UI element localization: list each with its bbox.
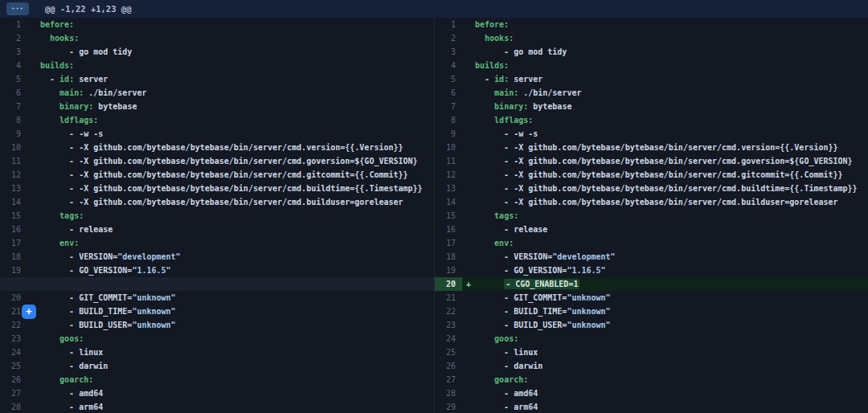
yaml-key: hooks: bbox=[485, 34, 514, 43]
line-number[interactable]: 20 bbox=[435, 277, 462, 291]
line-number[interactable]: 15 bbox=[435, 209, 462, 223]
line-number[interactable]: 25 bbox=[435, 346, 462, 359]
line-number[interactable]: 20 bbox=[0, 291, 27, 305]
line-number[interactable]: 2 bbox=[0, 31, 27, 45]
line-number[interactable]: 22 bbox=[435, 305, 462, 318]
line-number[interactable]: 1 bbox=[435, 18, 462, 31]
line-number[interactable]: 3 bbox=[0, 45, 27, 59]
line-number[interactable]: 13 bbox=[435, 182, 462, 195]
line-number[interactable]: 18 bbox=[435, 250, 462, 264]
add-comment-button[interactable]: + bbox=[22, 305, 36, 319]
line-number[interactable]: 28 bbox=[435, 386, 462, 400]
diff-row: 16 - release bbox=[435, 223, 868, 236]
line-number[interactable]: 1 bbox=[0, 18, 27, 31]
line-number[interactable]: 17 bbox=[435, 236, 462, 250]
line-number[interactable]: 18 bbox=[0, 250, 27, 264]
code-line: - linux bbox=[40, 348, 103, 357]
line-number[interactable]: 12 bbox=[435, 168, 462, 182]
diff-row: 26 - darwin bbox=[435, 359, 868, 373]
line-number[interactable]: 19 bbox=[435, 264, 462, 277]
line-number[interactable]: 9 bbox=[435, 127, 462, 141]
yaml-text: - bbox=[40, 75, 59, 84]
diff-row: 23 - BUILD_USER="unknown" bbox=[435, 318, 868, 332]
diff-row: 21 - GIT_COMMIT="unknown" bbox=[435, 291, 868, 305]
line-number[interactable]: 16 bbox=[435, 223, 462, 236]
line-number[interactable]: 7 bbox=[0, 100, 27, 113]
code-line: env: bbox=[475, 239, 514, 247]
yaml-text: - -w -s bbox=[40, 129, 103, 138]
line-number bbox=[0, 277, 27, 291]
line-number[interactable]: 11 bbox=[0, 154, 27, 168]
yaml-text: ./bin/server bbox=[84, 88, 146, 97]
yaml-string: "unknown" bbox=[132, 321, 175, 329]
yaml-text: - -X github.com/bytebase/bytebase/bin/se… bbox=[40, 198, 403, 206]
line-number[interactable]: 4 bbox=[0, 59, 27, 72]
yaml-string: "unknown" bbox=[567, 293, 610, 302]
line-number[interactable]: 17 bbox=[0, 236, 27, 250]
line-number[interactable]: 16 bbox=[0, 223, 27, 236]
line-number[interactable]: 10 bbox=[0, 141, 27, 154]
line-number[interactable]: 10 bbox=[435, 141, 462, 154]
line-number[interactable]: 4 bbox=[435, 59, 462, 72]
line-number[interactable]: 7 bbox=[435, 100, 462, 113]
line-number[interactable]: 8 bbox=[0, 113, 27, 127]
yaml-text bbox=[475, 34, 485, 43]
diff-row: 21 - BUILD_TIME="unknown"+ bbox=[0, 305, 434, 318]
yaml-key: builds: bbox=[40, 61, 74, 70]
code-line: binary: bytebase bbox=[40, 102, 137, 111]
yaml-text bbox=[475, 102, 494, 111]
line-number[interactable]: 3 bbox=[435, 45, 462, 59]
line-number[interactable]: 24 bbox=[435, 332, 462, 346]
line-number[interactable]: 5 bbox=[435, 72, 462, 86]
line-number[interactable]: 26 bbox=[0, 373, 27, 386]
yaml-text bbox=[40, 116, 59, 125]
line-number[interactable]: 8 bbox=[435, 113, 462, 127]
diff-row: 1before: bbox=[435, 18, 868, 31]
diff-row: 7 binary: bytebase bbox=[0, 100, 434, 113]
code-line: tags: bbox=[475, 211, 518, 220]
line-number[interactable]: 25 bbox=[0, 359, 27, 373]
line-number[interactable]: 27 bbox=[0, 386, 27, 400]
yaml-text: - amd64 bbox=[475, 389, 538, 398]
code-line: - BUILD_TIME="unknown" bbox=[40, 307, 176, 316]
code-line: ldflags: bbox=[40, 116, 98, 125]
diff-row: 18 - VERSION="development" bbox=[435, 250, 868, 264]
line-number[interactable]: 2 bbox=[435, 31, 462, 45]
line-number[interactable]: 23 bbox=[0, 332, 27, 346]
line-number[interactable]: 6 bbox=[435, 86, 462, 100]
line-number[interactable]: 5 bbox=[0, 72, 27, 86]
line-number[interactable]: 28 bbox=[0, 400, 27, 413]
code-line: - go mod tidy bbox=[475, 47, 567, 56]
yaml-key: goarch: bbox=[59, 375, 93, 384]
line-number[interactable]: 23 bbox=[435, 318, 462, 332]
line-number[interactable]: 27 bbox=[435, 373, 462, 386]
diff-row: 8 ldflags: bbox=[435, 113, 868, 127]
code-line: - -X github.com/bytebase/bytebase/bin/se… bbox=[40, 143, 403, 152]
line-number[interactable]: 26 bbox=[435, 359, 462, 373]
line-number[interactable]: 14 bbox=[435, 195, 462, 209]
line-number[interactable]: 19 bbox=[0, 264, 27, 277]
line-number[interactable]: 22 bbox=[0, 318, 27, 332]
line-number[interactable]: 15 bbox=[0, 209, 27, 223]
line-number[interactable]: 13 bbox=[0, 182, 27, 195]
line-number[interactable]: 9 bbox=[0, 127, 27, 141]
diff-row: 12 - -X github.com/bytebase/bytebase/bin… bbox=[0, 168, 434, 182]
yaml-key: main: bbox=[494, 88, 518, 97]
diff-row: 19 - GO_VERSION="1.16.5" bbox=[0, 264, 434, 277]
code-line: - -X github.com/bytebase/bytebase/bin/se… bbox=[475, 184, 858, 193]
code-line: - id: server bbox=[40, 75, 108, 84]
yaml-key: goarch: bbox=[494, 375, 528, 384]
line-number[interactable]: 14 bbox=[0, 195, 27, 209]
line-number[interactable]: 11 bbox=[435, 154, 462, 168]
yaml-text: bytebase bbox=[93, 102, 137, 111]
yaml-key: before: bbox=[475, 20, 509, 29]
line-number[interactable]: 29 bbox=[435, 400, 462, 413]
yaml-text: - linux bbox=[475, 348, 538, 357]
line-number[interactable]: 24 bbox=[0, 346, 27, 359]
line-number[interactable]: 12 bbox=[0, 168, 27, 182]
line-number[interactable]: 6 bbox=[0, 86, 27, 100]
yaml-key: tags: bbox=[59, 211, 84, 220]
line-number[interactable]: 21 bbox=[435, 291, 462, 305]
diff-row: 14 - -X github.com/bytebase/bytebase/bin… bbox=[0, 195, 434, 209]
expand-hunk-button[interactable]: ••• bbox=[6, 2, 29, 15]
